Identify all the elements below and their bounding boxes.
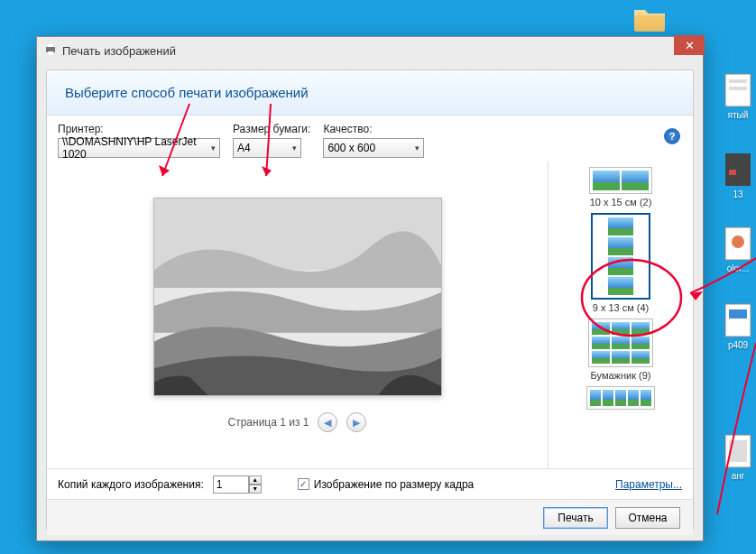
help-icon: ? [669, 131, 676, 142]
desktop-file-4[interactable]: p409 [711, 302, 756, 350]
layout-option-1[interactable]: 9 x 13 см (4) [571, 211, 670, 315]
fit-frame-label: Изображение по размеру кадра [314, 478, 474, 491]
layout-option-0[interactable]: 10 x 15 см (2) [571, 165, 670, 209]
chevron-down-icon: ▾ [211, 143, 216, 152]
prev-page-button[interactable]: ◀ [318, 412, 337, 432]
svg-point-6 [732, 235, 744, 248]
layout-label: 9 x 13 см (4) [593, 302, 650, 313]
layout-option-3[interactable] [571, 384, 670, 411]
layout-thumb [589, 167, 652, 194]
action-bar: Печать Отмена [47, 499, 693, 535]
desktop-file-1[interactable]: ятый [711, 72, 756, 120]
close-button[interactable]: ✕ [674, 35, 705, 55]
layout-thumb [588, 319, 653, 367]
cancel-button[interactable]: Отмена [615, 507, 680, 529]
svg-rect-7 [725, 304, 751, 337]
desktop-label: анг [711, 471, 756, 481]
print-button[interactable]: Печать [543, 507, 608, 529]
layout-label: Бумажник (9) [591, 370, 651, 381]
desktop-label: p409 [711, 340, 756, 350]
svg-rect-1 [729, 79, 747, 83]
dialog-header: Выберите способ печати изображений [47, 70, 693, 115]
svg-rect-12 [48, 44, 53, 47]
close-icon: ✕ [685, 39, 695, 52]
help-button[interactable]: ? [664, 128, 680, 144]
printer-dropdown[interactable]: \\DOMASHNIY\HP LaserJet 1020 ▾ [58, 138, 220, 158]
preview-image [153, 198, 442, 396]
desktop-file-3[interactable]: olor... [711, 226, 756, 273]
desktop-label: ятый [711, 110, 756, 120]
fit-frame-checkbox[interactable]: ✓ [298, 478, 309, 490]
chevron-down-icon: ▾ [415, 143, 419, 152]
next-page-button[interactable]: ▶ [346, 412, 366, 432]
layout-option-2[interactable]: Бумажник (9) [571, 317, 670, 383]
svg-rect-10 [729, 440, 747, 462]
desktop-label: olor... [711, 263, 756, 273]
printer-label: Принтер: [58, 123, 220, 135]
fit-frame-checkbox-wrap: ✓ Изображение по размеру кадра [298, 478, 474, 491]
preview-pane: Страница 1 из 1 ◀ ▶ [47, 162, 549, 468]
svg-rect-2 [729, 87, 747, 90]
print-dialog: Печать изображений ✕ Выберите способ печ… [36, 36, 704, 541]
quality-label: Качество: [323, 123, 424, 135]
page-navigation: Страница 1 из 1 ◀ ▶ [228, 412, 367, 432]
layout-label: 10 x 15 см (2) [590, 197, 652, 208]
paper-value: A4 [237, 142, 251, 154]
layouts-pane[interactable]: 10 x 15 см (2)9 x 13 см (4)Бумажник (9) [549, 162, 693, 468]
paper-size-dropdown[interactable]: A4 ▾ [233, 138, 301, 158]
quality-value: 600 x 600 [327, 142, 375, 154]
desktop-file-5[interactable]: анг [711, 433, 756, 481]
copies-up-button[interactable]: ▲ [249, 476, 262, 485]
svg-rect-4 [729, 170, 736, 175]
triangle-right-icon: ▶ [353, 417, 360, 429]
copies-down-button[interactable]: ▼ [249, 485, 262, 494]
print-title-icon [44, 43, 57, 59]
desktop-folder-icon[interactable] [622, 5, 677, 35]
triangle-left-icon: ◀ [324, 417, 331, 429]
chevron-down-icon: ▾ [292, 143, 297, 152]
bottom-bar: Копий каждого изображения: ▲ ▼ ✓ Изображ… [47, 468, 693, 499]
layout-thumb [586, 386, 655, 410]
desktop-file-2[interactable]: 13 [711, 152, 756, 199]
dialog-title: Печать изображений [62, 44, 176, 58]
main-area: Страница 1 из 1 ◀ ▶ 10 x 15 см (2)9 x 13… [47, 162, 693, 468]
options-row: Принтер: \\DOMASHNIY\HP LaserJet 1020 ▾ … [47, 115, 693, 162]
desktop-label: 13 [711, 189, 756, 199]
copies-label: Копий каждого изображения: [58, 478, 204, 491]
page-status: Страница 1 из 1 [228, 416, 309, 429]
printer-value: \\DOMASHNIY\HP LaserJet 1020 [62, 135, 207, 161]
copies-spinner: ▲ ▼ [213, 476, 262, 494]
svg-rect-8 [729, 309, 747, 319]
layout-thumb [591, 213, 650, 300]
check-icon: ✓ [300, 479, 307, 489]
dialog-body: Выберите способ печати изображений Принт… [46, 69, 694, 530]
quality-dropdown[interactable]: 600 x 600 ▾ [323, 138, 424, 158]
parameters-link[interactable]: Параметры... [615, 478, 682, 491]
copies-input[interactable] [213, 476, 249, 494]
titlebar: Печать изображений ✕ [37, 37, 703, 64]
paper-label: Размер бумаги: [233, 123, 310, 135]
svg-rect-13 [48, 51, 53, 55]
